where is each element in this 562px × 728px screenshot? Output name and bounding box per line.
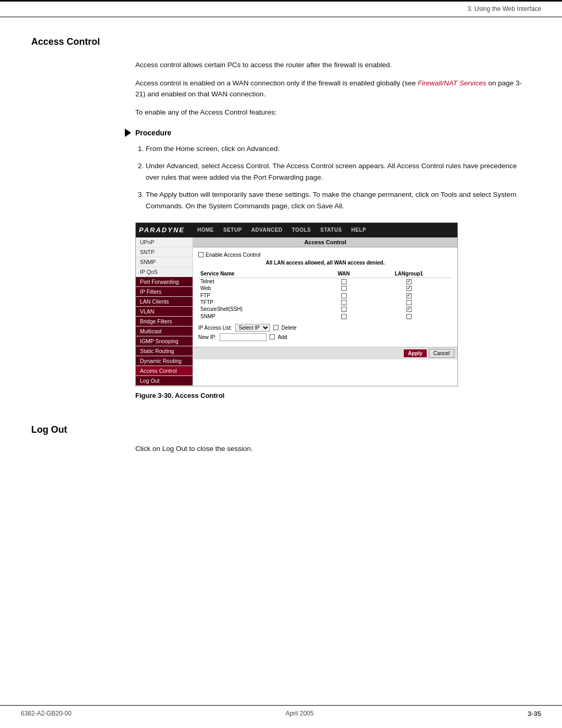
- figure-caption: Figure 3-30. Access Control: [135, 392, 531, 399]
- service-ftp: FTP: [198, 292, 322, 298]
- footer-left: 6382-A2-GB20-00: [21, 710, 71, 718]
- access-control-para2: Access control is enabled on a WAN conne…: [135, 78, 531, 100]
- new-ip-row: New IP: Add: [198, 333, 452, 341]
- add-checkbox[interactable]: [270, 334, 275, 340]
- bottom-bar: Apply Cancel: [193, 347, 457, 359]
- wan-snmp-checkbox[interactable]: [322, 312, 366, 319]
- col-langroup1: LANgroup1: [365, 270, 452, 278]
- step-3: The Apply button will temporarily save t…: [146, 189, 531, 211]
- step-1: From the Home screen, click on Advanced.: [146, 143, 531, 155]
- service-table: Service Name WAN LANgroup1 Telnet: [198, 270, 452, 320]
- main-title-bar: Access Control: [193, 237, 457, 247]
- lan-telnet-checkbox[interactable]: [365, 278, 452, 285]
- wan-telnet-checkbox[interactable]: [322, 278, 366, 285]
- screenshot-logo: PARADYNE: [139, 226, 185, 234]
- lan-tftp-checkbox[interactable]: [365, 299, 452, 306]
- page-header: 3. Using the Web Interface: [467, 5, 541, 12]
- screenshot-main-area: Access Control Enable Access Control All…: [193, 237, 457, 386]
- screenshot-navbar: PARADYNE HOME SETUP ADVANCED TOOLS STATU…: [136, 223, 457, 237]
- col-wan: WAN: [322, 270, 366, 278]
- service-snmp: SNMP: [198, 312, 322, 319]
- all-lan-note: All LAN access allowed, all WAN access d…: [198, 260, 452, 266]
- apply-button[interactable]: Apply: [404, 349, 427, 357]
- figure-caption-text: Figure 3-30. Access Control: [135, 392, 224, 399]
- wan-web-checkbox[interactable]: [322, 285, 366, 292]
- wan-ssh-checkbox[interactable]: [322, 306, 366, 312]
- sidebar-ipqos[interactable]: IP QoS: [136, 267, 193, 277]
- nav-setup[interactable]: SETUP: [219, 225, 246, 234]
- wan-ftp-checkbox[interactable]: [322, 292, 366, 298]
- screenshot-inner: UPnP SNTP SNMP IP QoS Port Forwarding IP…: [136, 237, 457, 386]
- procedure-triangle-icon: [125, 129, 131, 137]
- header-line: [0, 17, 562, 17]
- procedure-heading: Procedure: [125, 129, 531, 137]
- enable-access-control-label: Enable Access Control: [206, 252, 261, 258]
- log-out-body: Click on Log Out to close the session.: [135, 444, 531, 455]
- table-row: SecureShell(SSH): [198, 306, 452, 312]
- main-content: Access Control Access control allows cer…: [31, 21, 531, 455]
- table-row: FTP: [198, 292, 452, 298]
- lan-ssh-checkbox[interactable]: [365, 306, 452, 312]
- sidebar-log-out[interactable]: Log Out: [136, 376, 193, 386]
- footer-page-number: 3-35: [528, 710, 541, 718]
- sidebar-multicast[interactable]: Multicast: [136, 327, 193, 336]
- access-control-para1: Access control allows certain PCs to acc…: [135, 60, 531, 71]
- lan-snmp-checkbox[interactable]: [365, 312, 452, 319]
- ip-access-row: IP Access List: Select IP Delete: [198, 324, 452, 332]
- main-content-inner: Enable Access Control All LAN access all…: [193, 247, 457, 347]
- delete-checkbox[interactable]: [273, 325, 278, 330]
- access-control-heading: Access Control: [31, 36, 531, 47]
- screenshot: PARADYNE HOME SETUP ADVANCED TOOLS STATU…: [135, 222, 458, 386]
- nav-items-container: HOME SETUP ADVANCED TOOLS STATUS HELP: [193, 225, 371, 234]
- table-row: Web: [198, 285, 452, 292]
- table-row: Telnet: [198, 278, 452, 285]
- screenshot-sidebar: UPnP SNTP SNMP IP QoS Port Forwarding IP…: [136, 237, 193, 386]
- sidebar-static-routing[interactable]: Static Routing: [136, 346, 193, 356]
- nav-help[interactable]: HELP: [347, 225, 371, 234]
- sidebar-vlan[interactable]: VLAN: [136, 307, 193, 317]
- new-ip-label: New IP:: [198, 334, 216, 340]
- nav-home[interactable]: HOME: [193, 225, 218, 234]
- log-out-heading: Log Out: [31, 424, 531, 435]
- sidebar-access-control[interactable]: Access Control: [136, 366, 193, 376]
- sidebar-bridge-filters[interactable]: Bridge Filters: [136, 317, 193, 327]
- header-section-label: 3. Using the Web Interface: [467, 5, 541, 12]
- logo-text: PARADYNE: [139, 226, 185, 234]
- ip-access-label: IP Access List:: [198, 325, 232, 331]
- procedure-steps: From the Home screen, click on Advanced.…: [146, 143, 531, 212]
- lan-web-checkbox[interactable]: [365, 285, 452, 292]
- table-row: TFTP: [198, 299, 452, 306]
- footer-center: April 2005: [286, 710, 314, 718]
- enable-access-control-checkbox[interactable]: [198, 252, 203, 257]
- sidebar-snmp[interactable]: SNMP: [136, 257, 193, 267]
- nav-status[interactable]: STATUS: [316, 225, 347, 234]
- col-service-name: Service Name: [198, 270, 322, 278]
- delete-label: Delete: [282, 325, 297, 331]
- para2-start: Access control is enabled on a WAN conne…: [135, 79, 418, 87]
- cancel-button[interactable]: Cancel: [429, 349, 454, 358]
- table-row: SNMP: [198, 312, 452, 319]
- sidebar-port-forwarding[interactable]: Port Forwarding: [136, 277, 193, 287]
- sidebar-sntp[interactable]: SNTP: [136, 247, 193, 257]
- firewall-nat-link[interactable]: Firewall/NAT Services: [418, 79, 487, 87]
- nav-advanced[interactable]: ADVANCED: [247, 225, 287, 234]
- service-ssh: SecureShell(SSH): [198, 306, 322, 312]
- sidebar-upnp[interactable]: UPnP: [136, 237, 193, 247]
- sidebar-lan-clients[interactable]: LAN Clients: [136, 297, 193, 307]
- lan-ftp-checkbox[interactable]: [365, 292, 452, 298]
- new-ip-input[interactable]: [220, 333, 266, 341]
- wan-tftp-checkbox[interactable]: [322, 299, 366, 306]
- page-footer: 6382-A2-GB20-00 April 2005 3-35: [0, 705, 562, 718]
- sidebar-ip-filters[interactable]: IP Filters: [136, 287, 193, 297]
- ip-access-select[interactable]: Select IP: [235, 324, 270, 332]
- nav-tools[interactable]: TOOLS: [288, 225, 315, 234]
- service-telnet: Telnet: [198, 278, 322, 285]
- enable-row: Enable Access Control: [198, 252, 452, 258]
- add-label: Add: [278, 334, 287, 340]
- procedure-label: Procedure: [135, 129, 171, 137]
- access-control-para3: To enable any of the Access Control feat…: [135, 107, 531, 118]
- sidebar-dynamic-routing[interactable]: Dynamic Routing: [136, 356, 193, 366]
- sidebar-igmp-snooping[interactable]: IGMP Snooping: [136, 336, 193, 346]
- service-tftp: TFTP: [198, 299, 322, 306]
- step-2: Under Advanced, select Access Control. T…: [146, 160, 531, 183]
